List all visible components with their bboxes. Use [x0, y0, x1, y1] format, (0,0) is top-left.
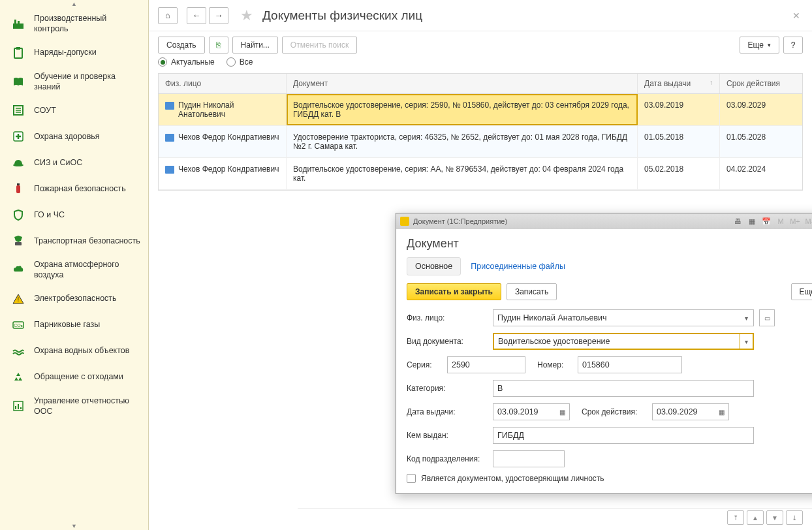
issue-date-input[interactable]: 03.09.2019	[493, 403, 555, 420]
sidebar-item-11[interactable]: CO₂ Парниковые газы	[0, 312, 148, 338]
shield-icon	[10, 207, 26, 223]
sidebar: ▲ Производственный контроль Наряды-допус…	[0, 0, 149, 530]
more-button[interactable]: Еще	[740, 37, 779, 54]
th-expiry[interactable]: Срок действия	[720, 74, 802, 93]
svg-rect-12	[17, 183, 20, 185]
cell-person: Чехов Федор Кондратиевич	[159, 158, 287, 189]
table-row[interactable]: Чехов Федор Кондратиевич Водительское уд…	[159, 158, 802, 190]
find-button[interactable]: Найти...	[232, 37, 278, 54]
dialog-heading: Документ	[407, 237, 812, 251]
sidebar-item-3[interactable]: СОУТ	[0, 97, 148, 123]
svg-rect-4	[16, 47, 20, 50]
sidebar-label: Обучение и проверка знаний	[34, 71, 142, 93]
sidebar-scroll-down[interactable]: ▼	[0, 522, 148, 530]
dialog-more-button[interactable]: Еще	[791, 283, 812, 300]
sidebar-item-7[interactable]: ГО и ЧС	[0, 202, 148, 228]
sidebar-item-13[interactable]: Обращение с отходами	[0, 364, 148, 390]
tab-files[interactable]: Присоединенные файлы	[462, 257, 574, 275]
table-head: Физ. лицо Документ Дата выдачи↑ Срок дей…	[159, 74, 802, 94]
doc-type-label: Вид документа:	[407, 337, 488, 346]
dept-code-label: Код подразделения:	[407, 454, 488, 463]
card-icon	[165, 166, 174, 174]
print-icon[interactable]: 🖶	[732, 216, 743, 226]
th-issue-date[interactable]: Дата выдачи↑	[638, 74, 720, 93]
number-input[interactable]: 015860	[578, 356, 682, 373]
documents-table: Физ. лицо Документ Дата выдачи↑ Срок дей…	[158, 73, 803, 191]
sidebar-item-10[interactable]: ! Электробезопасность	[0, 286, 148, 312]
cell-expiry: 03.09.2029	[720, 94, 802, 125]
nav-first-button[interactable]: ⤒	[727, 510, 744, 525]
help-button[interactable]: ?	[783, 37, 803, 54]
sidebar-label: Парниковые газы	[34, 319, 100, 330]
th-document[interactable]: Документ	[287, 74, 638, 93]
sidebar-item-12[interactable]: Охрана водных объектов	[0, 338, 148, 364]
nav-last-button[interactable]: ⤓	[786, 510, 803, 525]
calc-icon[interactable]: ▦	[746, 216, 758, 226]
open-ref-button[interactable]: ▭	[759, 309, 775, 326]
th-person[interactable]: Физ. лицо	[159, 74, 287, 93]
cancel-search-button[interactable]: Отменить поиск	[282, 37, 357, 54]
issued-by-input[interactable]: ГИБДД	[493, 427, 754, 444]
filter-actual[interactable]: Актуальные	[158, 57, 215, 67]
cell-person: Чехов Федор Кондратиевич	[159, 126, 287, 157]
person-input[interactable]: Пудин Николай Анатольевич	[493, 309, 740, 326]
sidebar-label: Охрана водных объектов	[34, 345, 129, 356]
tab-main[interactable]: Основное	[407, 257, 461, 275]
list-toolbar: Создать ⎘ Найти... Отменить поиск Еще ?	[149, 31, 812, 56]
back-button[interactable]: ←	[187, 7, 206, 24]
svg-rect-19	[18, 404, 19, 409]
forward-button[interactable]: →	[209, 7, 228, 24]
svg-rect-20	[20, 407, 22, 409]
copy-button[interactable]: ⎘	[209, 37, 228, 54]
number-label: Номер:	[537, 360, 572, 369]
sidebar-scroll-up[interactable]: ▲	[0, 0, 148, 8]
save-close-button[interactable]: Записать и закрыть	[407, 283, 501, 300]
car-shield-icon	[10, 233, 26, 249]
cell-document: Водительское удостоверение, серия: 2590,…	[287, 94, 638, 125]
identity-doc-checkbox[interactable]	[407, 474, 416, 483]
sidebar-item-0[interactable]: Производственный контроль	[0, 8, 148, 40]
calendar-picker-icon[interactable]: ▦	[715, 403, 729, 420]
sidebar-label: Наряды-допуски	[34, 47, 97, 57]
doc-type-input[interactable]: Водительское удостоверение	[493, 333, 740, 350]
filter-all[interactable]: Все	[226, 57, 253, 67]
dropdown-icon[interactable]: ▾	[740, 333, 754, 350]
factory-icon	[10, 16, 26, 31]
save-button[interactable]: Записать	[507, 283, 557, 300]
sidebar-item-2[interactable]: Обучение и проверка знаний	[0, 66, 148, 98]
page-title: Документы физических лиц	[262, 8, 422, 23]
m-icon: M	[775, 216, 787, 226]
series-label: Серия:	[407, 360, 442, 369]
table-row[interactable]: Пудин Николай Анатольевич Водительское у…	[159, 94, 802, 126]
category-input[interactable]: B	[493, 380, 754, 397]
expiry-label: Срок действия:	[582, 407, 647, 416]
sidebar-item-6[interactable]: Пожарная безопасность	[0, 176, 148, 202]
home-button[interactable]: ⌂	[158, 7, 178, 24]
table-row[interactable]: Чехов Федор Кондратиевич Удостоверение т…	[159, 126, 802, 158]
warning-icon: !	[10, 291, 26, 307]
card-icon	[165, 102, 174, 110]
calendar-picker-icon[interactable]: ▦	[555, 403, 570, 420]
cell-issue-date: 03.09.2019	[638, 94, 720, 125]
sidebar-item-9[interactable]: Охрана атмосферного воздуха	[0, 254, 148, 286]
close-tab-button[interactable]: ✕	[790, 8, 803, 23]
series-input[interactable]: 2590	[447, 356, 525, 373]
sidebar-item-1[interactable]: Наряды-допуски	[0, 40, 148, 66]
sidebar-item-14[interactable]: Управление отчетностью ООС	[0, 390, 148, 422]
nav-up-button[interactable]: ▲	[747, 510, 764, 525]
calendar-icon[interactable]: 📅	[760, 216, 772, 226]
svg-text:!: !	[18, 296, 20, 304]
dialog-titlebar[interactable]: Документ (1С:Предприятие) 🖶 ▦ 📅 M M+ M- …	[396, 213, 812, 229]
sidebar-item-5[interactable]: СИЗ и СиОС	[0, 149, 148, 176]
sidebar-item-8[interactable]: Транспортная безопасность	[0, 228, 148, 254]
create-button[interactable]: Создать	[158, 37, 205, 54]
sidebar-item-4[interactable]: Охрана здоровья	[0, 123, 148, 149]
favorite-star-icon[interactable]: ★	[240, 7, 253, 24]
topbar: ⌂ ← → ★ Документы физических лиц ✕	[149, 0, 812, 31]
expiry-input[interactable]: 03.09.2029	[652, 403, 715, 420]
sort-asc-icon: ↑	[710, 79, 713, 86]
dropdown-icon[interactable]: ▾	[740, 309, 754, 326]
dept-code-input[interactable]	[493, 450, 565, 467]
nav-down-button[interactable]: ▼	[766, 510, 783, 525]
cell-person: Пудин Николай Анатольевич	[159, 94, 287, 125]
